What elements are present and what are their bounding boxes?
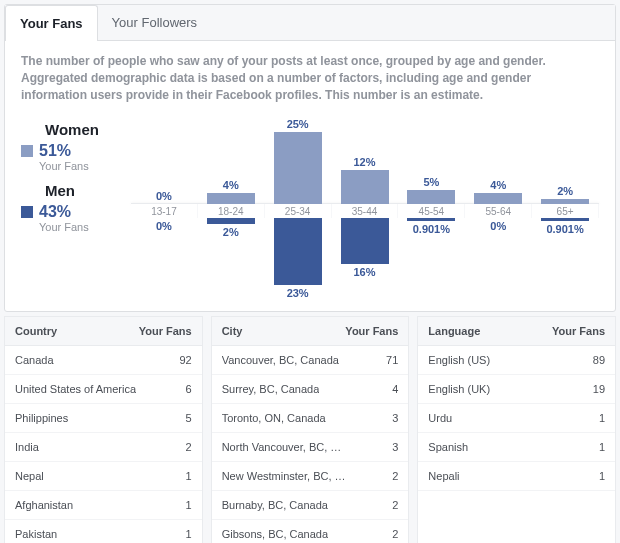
age-bin: 35-4412%16% — [332, 204, 399, 218]
table-row[interactable]: United States of America6 — [5, 375, 202, 404]
label-men: 0% — [156, 220, 172, 232]
chart-legend: Women 51% Your Fans Men 43% Your Fans — [21, 115, 131, 295]
table-row[interactable]: Gibsons, BC, Canada2 — [212, 520, 409, 543]
demographics-card: Your Fans Your Followers The number of p… — [4, 4, 616, 312]
age-bin: 65+2%0.901% — [532, 204, 599, 218]
legend-women-pct: 51% — [39, 142, 71, 160]
table-head: Country Your Fans — [5, 317, 202, 346]
row-value: 3 — [392, 441, 398, 453]
women-swatch-icon — [21, 145, 33, 157]
bar-women[interactable] — [207, 193, 255, 205]
row-name: New Westminster, BC, … — [222, 470, 346, 482]
table-row[interactable]: Spanish1 — [418, 433, 615, 462]
age-bin: 13-170%0% — [131, 204, 198, 218]
label-women: 0% — [156, 190, 172, 202]
table-head-right: Your Fans — [345, 325, 398, 337]
bar-women[interactable] — [407, 190, 455, 204]
row-name: Gibsons, BC, Canada — [222, 528, 328, 540]
age-bin: 45-545%0.901% — [398, 204, 465, 218]
table-row[interactable]: Philippines5 — [5, 404, 202, 433]
row-value: 19 — [593, 383, 605, 395]
legend-men-pct: 43% — [39, 203, 71, 221]
table-row[interactable]: Urdu1 — [418, 404, 615, 433]
bar-men[interactable] — [207, 218, 255, 224]
row-name: Nepal — [15, 470, 44, 482]
table-head: Language Your Fans — [418, 317, 615, 346]
bar-women[interactable] — [474, 193, 522, 205]
bar-men[interactable] — [341, 218, 389, 264]
row-value: 3 — [392, 412, 398, 424]
row-value: 2 — [392, 528, 398, 540]
label-women: 5% — [423, 176, 439, 188]
table-row[interactable]: Canada92 — [5, 346, 202, 375]
row-name: North Vancouver, BC, … — [222, 441, 342, 453]
table-row[interactable]: Surrey, BC, Canada4 — [212, 375, 409, 404]
row-name: Surrey, BC, Canada — [222, 383, 320, 395]
table-row[interactable]: Nepali1 — [418, 462, 615, 491]
table-row[interactable]: India2 — [5, 433, 202, 462]
table-row[interactable]: Vancouver, BC, Canada71 — [212, 346, 409, 375]
age-bin: 18-244%2% — [198, 204, 265, 218]
table-city: City Your Fans Vancouver, BC, Canada71Su… — [211, 316, 410, 543]
bar-women[interactable] — [541, 199, 589, 205]
table-head: City Your Fans — [212, 317, 409, 346]
age-bin: 25-3425%23% — [265, 204, 332, 218]
table-row[interactable]: New Westminster, BC, …2 — [212, 462, 409, 491]
row-value: 1 — [599, 470, 605, 482]
row-value: 1 — [186, 528, 192, 540]
table-head-left: Country — [15, 325, 57, 337]
chart-description: The number of people who saw any of your… — [5, 41, 615, 115]
row-name: Canada — [15, 354, 54, 366]
table-head-right: Your Fans — [552, 325, 605, 337]
age-gender-chart: Women 51% Your Fans Men 43% Your Fans 13… — [5, 115, 615, 311]
table-country: Country Your Fans Canada92United States … — [4, 316, 203, 543]
table-row[interactable]: Burnaby, BC, Canada2 — [212, 491, 409, 520]
chart-area: 13-170%0%18-244%2%25-3425%23%35-4412%16%… — [131, 115, 599, 295]
bar-men[interactable] — [274, 218, 322, 284]
row-name: Nepali — [428, 470, 459, 482]
row-name: Toronto, ON, Canada — [222, 412, 326, 424]
chart-axis: 13-170%0%18-244%2%25-3425%23%35-4412%16%… — [131, 203, 599, 204]
legend-men-label: Men — [45, 182, 131, 199]
row-name: English (US) — [428, 354, 490, 366]
legend-women-label: Women — [45, 121, 131, 138]
row-value: 2 — [186, 441, 192, 453]
row-name: India — [15, 441, 39, 453]
row-value: 71 — [386, 354, 398, 366]
row-name: Philippines — [15, 412, 68, 424]
row-value: 92 — [179, 354, 191, 366]
table-row[interactable]: Toronto, ON, Canada3 — [212, 404, 409, 433]
men-swatch-icon — [21, 206, 33, 218]
bar-men[interactable] — [541, 218, 589, 221]
row-name: United States of America — [15, 383, 136, 395]
bar-men[interactable] — [407, 218, 455, 221]
table-row[interactable]: Pakistan1 — [5, 520, 202, 543]
table-language: Language Your Fans English (US)89English… — [417, 316, 616, 543]
row-value: 4 — [392, 383, 398, 395]
row-value: 6 — [186, 383, 192, 395]
table-row[interactable]: Nepal1 — [5, 462, 202, 491]
label-men: 23% — [287, 287, 309, 299]
row-name: Spanish — [428, 441, 468, 453]
row-value: 1 — [599, 441, 605, 453]
row-value: 1 — [186, 499, 192, 511]
row-name: English (UK) — [428, 383, 490, 395]
label-men: 0.901% — [546, 223, 583, 235]
row-name: Pakistan — [15, 528, 57, 540]
row-name: Afghanistan — [15, 499, 73, 511]
table-row[interactable]: Afghanistan1 — [5, 491, 202, 520]
row-value: 2 — [392, 499, 398, 511]
row-name: Vancouver, BC, Canada — [222, 354, 339, 366]
bar-women[interactable] — [341, 170, 389, 205]
table-row[interactable]: North Vancouver, BC, …3 — [212, 433, 409, 462]
age-bin: 55-644%0% — [465, 204, 532, 218]
label-men: 0% — [490, 220, 506, 232]
table-row[interactable]: English (UK)19 — [418, 375, 615, 404]
table-row[interactable]: English (US)89 — [418, 346, 615, 375]
tab-your-followers[interactable]: Your Followers — [98, 5, 212, 40]
row-value: 2 — [392, 470, 398, 482]
bar-women[interactable] — [274, 132, 322, 204]
tab-your-fans[interactable]: Your Fans — [5, 5, 98, 41]
label-women: 4% — [490, 179, 506, 191]
label-men: 16% — [353, 266, 375, 278]
